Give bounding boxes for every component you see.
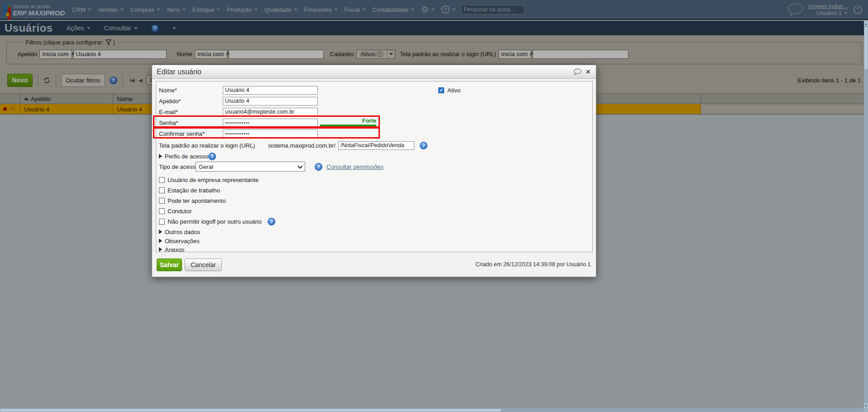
senha-field[interactable]	[223, 119, 318, 127]
collapsed-arrow-icon	[159, 247, 162, 252]
created-info: Criado em 26/12/2023 14:39:08 por Usuári…	[475, 261, 592, 268]
email-field[interactable]	[223, 108, 318, 116]
checkbox-row-representante: Usuário de empresa representante	[156, 175, 592, 184]
dialog-form-panel: Nome* ✓ Ativo Apelido* E-mail* Senha* Fo…	[156, 81, 593, 252]
checkbox-row-estacao: Estação de trabalho	[156, 186, 592, 195]
consultar-permissoes-link[interactable]: Consultar permissões	[326, 163, 384, 170]
outros-dados-section-toggle[interactable]: Outros dados	[156, 227, 592, 236]
perfis-section-toggle[interactable]: Perfis de acesso ?	[156, 152, 592, 161]
nome-label: Nome*	[159, 87, 177, 94]
scroll-down-icon[interactable]: ▼	[864, 403, 868, 408]
checkbox-row-apontamento: Pode ter apontamento	[156, 196, 592, 205]
url-field[interactable]	[338, 141, 414, 150]
field-row-email: E-mail*	[156, 107, 592, 116]
logoff-checkbox[interactable]	[159, 219, 165, 225]
field-row-apelido: Apelido*	[156, 96, 592, 105]
ativo-label: Ativo	[447, 87, 460, 94]
field-row-confirmar-senha: Confirmar senha*	[156, 129, 592, 138]
apelido-field[interactable]	[223, 97, 318, 105]
horizontal-scrollbar[interactable]	[0, 408, 864, 412]
representante-checkbox[interactable]	[159, 177, 165, 183]
condutor-checkbox[interactable]	[159, 208, 165, 214]
logoff-help-icon[interactable]: ?	[268, 218, 275, 225]
salvar-button[interactable]: Salvar	[157, 259, 182, 271]
url-label: Tela padrão ao realizar o login (URL)	[159, 142, 255, 149]
field-row-tipo-acesso: Tipo de acesso Geral ? Consultar permiss…	[156, 161, 592, 172]
vertical-scrollbar[interactable]: ▲ ▼	[864, 21, 868, 408]
dialog-close-icon[interactable]: ×	[586, 68, 590, 76]
email-label: E-mail*	[159, 109, 178, 115]
scroll-up-icon[interactable]: ▲	[864, 21, 868, 26]
collapsed-arrow-icon	[159, 239, 162, 243]
perfis-help-icon[interactable]: ?	[208, 153, 216, 160]
field-row-nome: Nome* ✓ Ativo	[156, 86, 592, 95]
dialog-comment-icon[interactable]	[574, 68, 581, 75]
strength-bar	[320, 125, 376, 126]
checkbox-row-logoff: Não permitir logoff por outro usuário ?	[156, 217, 592, 226]
cancelar-button[interactable]: Cancelar	[185, 259, 222, 271]
confirmar-senha-field[interactable]	[223, 129, 318, 138]
apelido-label: Apelido*	[159, 98, 181, 105]
strength-label: Forte	[320, 118, 376, 124]
dialog-titlebar[interactable]: Editar usuário ×	[152, 65, 596, 79]
anexos-section-toggle[interactable]: Anexos	[156, 245, 592, 254]
nome-field[interactable]	[223, 86, 318, 95]
dialog-title: Editar usuário	[157, 68, 201, 76]
url-prefix: sistema.maxiprod.com.br/	[268, 142, 336, 149]
field-row-url: Tela padrão ao realizar o login (URL) si…	[156, 141, 592, 150]
vertical-scroll-thumb[interactable]	[864, 27, 868, 70]
chevron-down-icon	[297, 163, 302, 168]
erp-page: Sistema de gestão ERP MAXIPROD CRM Venda…	[0, 0, 868, 412]
password-strength-indicator: Forte	[320, 118, 376, 126]
senha-label: Senha*	[159, 120, 178, 126]
tipo-acesso-label: Tipo de acesso	[159, 163, 199, 170]
checkbox-row-condutor: Condutor	[156, 206, 592, 216]
scrollbar-corner	[864, 408, 868, 412]
estacao-checkbox[interactable]	[159, 187, 165, 193]
ativo-checkbox[interactable]: ✓	[438, 87, 444, 93]
editar-usuario-dialog: Editar usuário × Nome* ✓ Ativo Apelido*	[152, 65, 596, 277]
perfis-label: Perfis de acesso	[165, 153, 208, 160]
apontamento-checkbox[interactable]	[159, 198, 165, 204]
confirmar-senha-label: Confirmar senha*	[159, 130, 205, 137]
permissoes-help-icon[interactable]: ?	[315, 163, 322, 171]
collapsed-arrow-icon	[159, 154, 162, 158]
observacoes-section-toggle[interactable]: Observações	[156, 236, 592, 245]
tipo-acesso-select[interactable]: Geral	[196, 162, 305, 172]
url-help-icon[interactable]: ?	[420, 142, 427, 149]
horizontal-scroll-thumb[interactable]	[0, 408, 501, 412]
collapsed-arrow-icon	[159, 230, 162, 234]
